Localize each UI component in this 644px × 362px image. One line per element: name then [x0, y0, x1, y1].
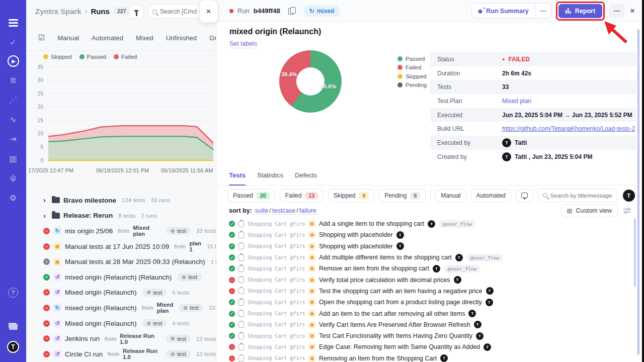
help-icon[interactable]: ?	[8, 288, 18, 298]
test-row[interactable]: Shopping Cart @firs... Add a single item…	[216, 218, 636, 229]
sidebar-icon-list: ✓▶≣⋰∿⇥▥ψ⚙	[0, 4, 26, 204]
filter-chip[interactable]: Automated	[471, 189, 511, 202]
run-row[interactable]: Manual tests at 28 Mar 2025 09:33 (Relau…	[26, 254, 216, 269]
test-row[interactable]: Shopping Cart @firs... Open the shopping…	[216, 297, 636, 308]
filter-chip[interactable]: Manual	[435, 189, 466, 202]
run-plan-link[interactable]: Release Run 1.0	[120, 333, 160, 345]
run-row[interactable]: mix origin 25/06 from Mixed plan test 33…	[26, 223, 216, 239]
filter-button[interactable]	[129, 5, 144, 19]
test-row[interactable]: Shopping Cart @firs... Verify total pric…	[216, 274, 636, 285]
runs-icon[interactable]: ▶	[8, 55, 19, 67]
chevron-right-icon[interactable]	[43, 196, 48, 204]
run-name: Manual tests at 17 Jun 2025 10:09	[65, 243, 169, 250]
tests-search-input[interactable]	[550, 193, 612, 199]
test-chip-label: test	[177, 336, 186, 342]
filter-chip[interactable]: Pending 0	[379, 189, 426, 202]
svg-text:15: 15	[37, 117, 43, 123]
sliders-icon[interactable]	[623, 207, 631, 214]
filter-chip-label: Manual	[441, 192, 460, 199]
filter-chip[interactable]: Skipped 0	[328, 189, 374, 202]
donut-legend-item: Passed	[397, 54, 427, 63]
test-row[interactable]: Shopping Cart @firs... Test the shopping…	[216, 286, 636, 297]
clipboard-icon	[238, 277, 244, 283]
runs-tab[interactable]: Automated	[92, 34, 123, 42]
run-row[interactable]: mixed origin (Relaunch) (Relaunch) test	[26, 269, 216, 285]
run-row[interactable]: mixed origin (Relaunch) from Mixed plan …	[26, 300, 216, 316]
sort-link[interactable]: failure	[299, 207, 316, 215]
tests-search	[538, 189, 617, 202]
run-row[interactable]: Circle CI run from Release Run 1.0 test …	[26, 346, 216, 362]
integrations-icon[interactable]: ψ	[7, 171, 20, 185]
run-name: Mixed origin (Relaunch)	[65, 320, 137, 327]
close-run-button[interactable]: ×	[630, 6, 635, 16]
runs-tab[interactable]: Mixed	[136, 34, 153, 42]
filter-chip[interactable]: Passed 20	[227, 189, 275, 202]
assignee-filter-avatar[interactable]: T	[623, 190, 635, 202]
insights-icon[interactable]: ∿	[7, 113, 20, 126]
run-plan-link[interactable]: Mixed plan	[133, 225, 160, 237]
details-value-text: 33	[502, 83, 509, 90]
tests-scrollbar[interactable]	[634, 218, 636, 287]
run-row[interactable]: Mixed origin (Relaunch) test 5 tests	[26, 285, 216, 301]
copy-icon[interactable]	[288, 7, 295, 15]
test-row[interactable]: Shopping Cart @firs... Remove an item fr…	[216, 263, 636, 274]
run-plan-link[interactable]: Mixed plan	[157, 302, 174, 314]
set-labels-link[interactable]: Set labels	[229, 40, 257, 48]
select-all-icon[interactable]: ☑	[38, 33, 45, 42]
sort-link[interactable]: suite	[255, 207, 268, 215]
donut-passed-label: 60.6%	[320, 83, 336, 89]
breadcrumb-project[interactable]: Zyntra Spark	[35, 7, 82, 16]
test-row[interactable]: Shopping Cart @firs... Removing an Item …	[216, 353, 636, 362]
runs-tab[interactable]: Manual	[57, 34, 79, 42]
run-summary-button[interactable]: ◆+Run Summary ⋯	[471, 3, 551, 19]
automated-test-icon	[308, 321, 315, 328]
reports-icon[interactable]: ▥	[7, 152, 20, 165]
menu-icon[interactable]	[7, 16, 20, 29]
filter-chip[interactable]	[430, 190, 431, 202]
test-row[interactable]: Shopping Cart @firs... Add multiple diff…	[216, 252, 636, 263]
run-status-icon	[43, 351, 50, 357]
run-row[interactable]: Manual tests at 17 Jun 2025 10:09 from p…	[26, 239, 216, 254]
filter-chip[interactable]	[516, 189, 533, 202]
panel-scrollbar[interactable]	[637, 29, 639, 355]
run-plan-link[interactable]: plan 1	[189, 240, 201, 252]
panel-close-button[interactable]: ×	[200, 1, 217, 23]
detail-tab[interactable]: Defects	[295, 171, 317, 185]
test-chip: test	[166, 227, 191, 235]
test-row[interactable]: Shopping Cart @firs... Shopping with pla…	[216, 229, 636, 240]
custom-view-button[interactable]: ⊞ Custom view	[561, 204, 618, 217]
test-results-icon[interactable]: ≣	[7, 73, 20, 86]
test-row[interactable]: Shopping Cart @firs... Test Cart Functio…	[216, 330, 636, 341]
legend-dot	[397, 56, 403, 61]
more-options-button[interactable]: ⋯	[609, 4, 624, 18]
user-avatar[interactable]: T	[7, 341, 19, 353]
test-cases-icon[interactable]: ✓	[7, 36, 20, 49]
chevron-right-icon[interactable]	[43, 212, 48, 220]
detail-tab[interactable]: Statistics	[257, 171, 283, 185]
test-row[interactable]: Shopping Cart @firs... Add an item to th…	[216, 308, 636, 319]
run-row[interactable]: Mixed origin (Relaunch) test 4 tests	[26, 316, 216, 331]
run-row[interactable]: Jenkins run from Release Run 1.0 test 13…	[26, 331, 216, 346]
test-status-icon	[229, 344, 235, 350]
clipboard-icon	[238, 355, 244, 361]
svg-text:30: 30	[37, 77, 43, 83]
run-row[interactable]: Release: Rerun 8 tests 2 runs	[26, 208, 216, 224]
run-plan-link[interactable]: Release Run 1.0	[123, 348, 160, 360]
test-row[interactable]: Shopping Cart @firs... Verify Cart Items…	[216, 319, 636, 330]
run-summary-more-button[interactable]: ⋯	[535, 4, 551, 18]
test-row[interactable]: Shopping Cart @firs... Edge Case: Removi…	[216, 341, 636, 352]
sort-link[interactable]: testcase	[272, 207, 296, 215]
imports-icon[interactable]: ⇥	[7, 132, 20, 145]
report-button[interactable]: Report	[558, 4, 602, 18]
funnel-icon	[134, 10, 139, 13]
details-value: 2h 6m 42s	[502, 70, 531, 77]
detail-tab[interactable]: Tests	[229, 171, 246, 185]
milestones-icon[interactable]: ⋰	[7, 93, 20, 106]
filter-chip[interactable]: Failed 13	[280, 189, 324, 202]
test-row[interactable]: Shopping Cart @firs... Shopping with pla…	[216, 241, 636, 252]
settings-icon[interactable]: ⚙	[7, 191, 20, 204]
runs-tab[interactable]: Unfinished	[166, 34, 197, 42]
projects-icon[interactable]	[7, 320, 20, 333]
sparkle-icon: ◆+	[478, 8, 482, 15]
run-row[interactable]: Bravo milestone 124 tests 33 runs	[26, 193, 216, 208]
